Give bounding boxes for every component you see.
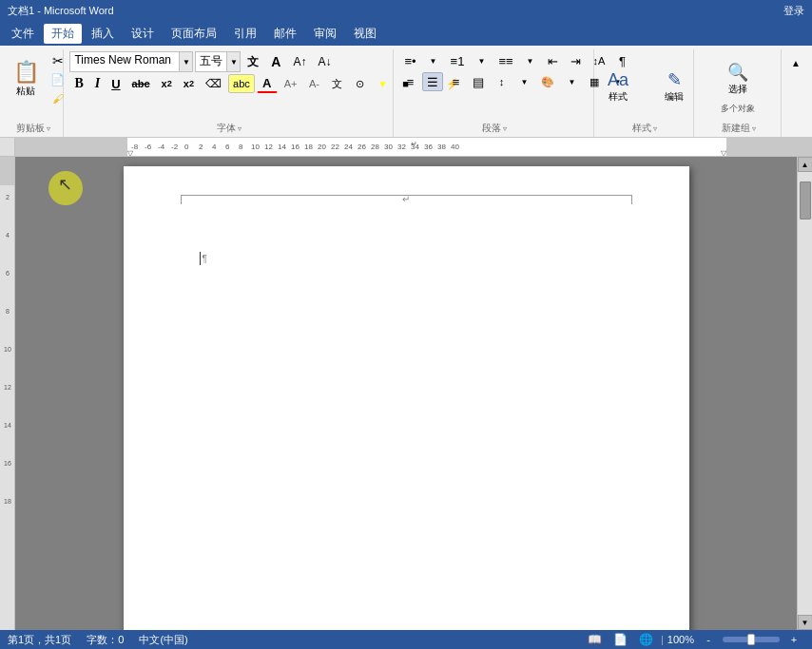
main-area: 2 4 6 8 10 12 14 16 18 ↖ (0, 157, 812, 630)
font-label-button[interactable]: 文 (242, 52, 263, 71)
shading-button[interactable]: 🎨 (536, 72, 559, 91)
page-header: ↵ (181, 195, 632, 196)
font-cjk-shrink-button[interactable]: A- (304, 74, 325, 93)
svg-text:4: 4 (6, 232, 10, 239)
menu-mail[interactable]: 邮件 (266, 24, 304, 44)
font-a-button[interactable]: A (265, 52, 286, 71)
decrease-indent-button[interactable]: ⇤ (543, 51, 564, 70)
vertical-ruler: 2 4 6 8 10 12 14 16 18 (0, 157, 15, 630)
clipboard-expand-icon[interactable]: ▿ (47, 124, 50, 133)
svg-text:2: 2 (199, 143, 203, 151)
subscript-button[interactable]: x2 (157, 74, 177, 93)
line-spacing-arrow[interactable]: ▼ (513, 72, 534, 91)
print-layout-button[interactable]: 📄 (609, 630, 631, 649)
menu-insert[interactable]: 插入 (84, 24, 122, 44)
menu-references[interactable]: 引用 (226, 24, 264, 44)
menu-design[interactable]: 设计 (124, 24, 162, 44)
web-layout-button[interactable]: 🌐 (635, 630, 657, 649)
svg-text:-6: -6 (145, 143, 152, 151)
document-area[interactable]: ↖ ↵ ¶ @keyframes blink (15, 157, 797, 630)
font-grow-button[interactable]: A↑ (288, 52, 311, 71)
svg-text:12: 12 (264, 143, 273, 151)
scroll-track[interactable] (799, 172, 812, 615)
phonetic-guide-button[interactable]: 文 (327, 74, 348, 93)
svg-text:32: 32 (397, 143, 406, 151)
svg-rect-26 (0, 185, 15, 630)
scroll-down-button[interactable]: ▼ (798, 615, 813, 630)
scroll-up-button[interactable]: ▲ (798, 157, 813, 172)
numbering-button[interactable]: ≡1 (446, 51, 470, 70)
justify-button[interactable]: ▤ (468, 72, 489, 91)
superscript-button[interactable]: x2 (179, 74, 199, 93)
multilevel-list-button[interactable]: ≡≡ (493, 51, 517, 70)
login-button[interactable]: 登录 (783, 4, 804, 18)
highlight-button[interactable]: abc (228, 74, 255, 93)
svg-text:-2: -2 (171, 143, 179, 151)
ruler-svg: -8 -6 -4 -2 0 2 4 6 8 10 12 14 16 18 20 … (15, 138, 812, 156)
find-button[interactable]: 🔍 选择 (709, 59, 766, 99)
font-size-selector[interactable]: 五号 ▼ (195, 51, 241, 72)
align-left-button[interactable]: ≡ (399, 72, 420, 91)
font-name-selector[interactable]: Times New Roman ▼ (69, 51, 193, 72)
svg-text:20: 20 (318, 143, 326, 151)
menu-review[interactable]: 审阅 (306, 24, 344, 44)
font-expand-icon[interactable]: ▿ (238, 124, 242, 133)
line-spacing-button[interactable]: ↕ (491, 72, 512, 91)
svg-text:14: 14 (4, 422, 11, 429)
svg-text:24: 24 (344, 143, 353, 151)
font-group: Times New Roman ▼ 五号 ▼ 文 A A↑ A↓ (66, 49, 394, 137)
collapse-ribbon-button[interactable]: ▲ (785, 53, 806, 72)
font-size-arrow[interactable]: ▼ (226, 52, 240, 71)
menu-layout[interactable]: 页面布局 (164, 24, 224, 44)
italic-button[interactable]: I (90, 74, 105, 93)
zoom-in-button[interactable]: + (783, 630, 804, 649)
zoom-slider[interactable] (723, 637, 780, 642)
svg-text:26: 26 (358, 143, 366, 151)
vertical-scrollbar[interactable]: ▲ ▼ (797, 157, 812, 630)
font-name-arrow[interactable]: ▼ (179, 52, 192, 71)
align-right-button[interactable]: ≡ (445, 72, 466, 91)
font-cjk-grow-button[interactable]: A+ (280, 74, 302, 93)
newgroup-expand-icon[interactable]: ▿ (752, 124, 756, 133)
svg-text:16: 16 (291, 143, 300, 151)
edit-button[interactable]: ✎ 编辑 (650, 63, 698, 110)
font-color-button[interactable]: A (257, 74, 278, 93)
bullets-arrow[interactable]: ▼ (423, 51, 444, 70)
increase-indent-button[interactable]: ⇥ (566, 51, 587, 70)
svg-text:10: 10 (251, 143, 260, 151)
font-shrink-button[interactable]: A↓ (313, 52, 336, 71)
clear-format-button[interactable]: ⌫ (201, 74, 226, 93)
zoom-slider-thumb[interactable] (747, 634, 755, 645)
strikethrough-button[interactable]: abc (127, 74, 155, 93)
styles-expand-icon[interactable]: ▿ (653, 124, 657, 133)
scroll-thumb[interactable] (800, 181, 811, 220)
paste-button[interactable]: 📋 粘贴 (8, 51, 44, 108)
highlight-color-button[interactable]: ▼ (373, 74, 394, 93)
right-margin-marker (631, 195, 632, 204)
document-page[interactable]: ↵ ¶ @keyframes blink { 0%,100%{opacity:1… (124, 166, 689, 630)
styles-button[interactable]: Aa 样式 (590, 63, 647, 110)
shading-arrow[interactable]: ▼ (561, 72, 582, 91)
read-mode-button[interactable]: 📖 (584, 630, 606, 649)
enclosed-char-button[interactable]: ⊙ (350, 74, 371, 93)
numbering-arrow[interactable]: ▼ (471, 51, 492, 70)
svg-text:0: 0 (184, 143, 189, 151)
underline-button[interactable]: U (106, 74, 125, 93)
doc-title: 文档1 - Microsoft Word (8, 4, 114, 18)
bullets-button[interactable]: ≡• (399, 51, 420, 70)
menu-home[interactable]: 开始 (44, 24, 82, 44)
edit-label: 编辑 (665, 90, 684, 104)
multilevel-list-arrow[interactable]: ▼ (520, 51, 541, 70)
zoom-level: 100% (667, 634, 694, 645)
menu-view[interactable]: 视图 (346, 24, 384, 44)
align-center-button[interactable]: ☰ (422, 72, 443, 91)
bold-button[interactable]: B (69, 74, 87, 93)
ruler-corner (0, 138, 15, 156)
paragraph-expand-icon[interactable]: ▿ (503, 124, 507, 133)
menu-file[interactable]: 文件 (4, 24, 42, 44)
status-bar: 第1页，共1页 字数：0 中文(中国) 📖 📄 🌐 | 100% - + (0, 630, 812, 649)
text-cursor-area[interactable]: ¶ (200, 252, 207, 265)
svg-text:38: 38 (437, 143, 446, 151)
ruler-track: ↵ ▽ ▽ -8 -6 -4 -2 0 2 4 6 8 10 12 14 16 … (15, 138, 812, 156)
zoom-out-button[interactable]: - (698, 630, 719, 649)
